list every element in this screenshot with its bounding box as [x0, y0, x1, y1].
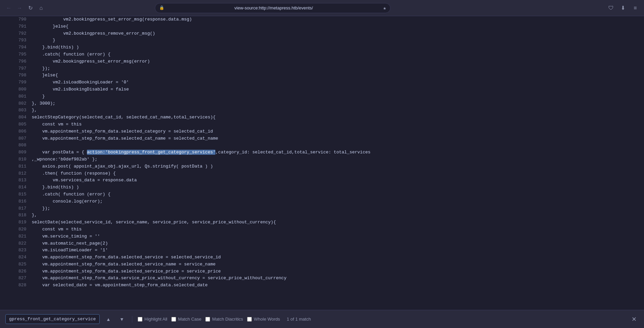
table-row: 799 vm2.isLoadBookingLoader = '0': [0, 79, 644, 86]
line-content: }.bind(this) ): [30, 184, 644, 191]
line-number: 805: [0, 121, 30, 128]
table-row: 808: [0, 142, 644, 149]
line-content: }.bind(this) ): [30, 44, 644, 51]
table-row: 803},: [0, 107, 644, 114]
line-content: .catch( function (error) {: [30, 191, 644, 198]
table-row: 809 var postData = { action:'bookingpres…: [0, 149, 644, 156]
line-content: vm.appointment_step_form_data.selected_s…: [30, 268, 644, 275]
line-content: vm2.bookingpress_remove_error_msg(): [30, 30, 644, 37]
table-row: 813 vm.services_data = response.data: [0, 177, 644, 184]
separator-1: [132, 316, 132, 323]
line-number: 823: [0, 247, 30, 254]
line-content: vm.appointment_step_form_data.selected_c…: [30, 128, 644, 135]
line-content: vm.service_timing = '': [30, 233, 644, 240]
highlight-all-option[interactable]: Highlight All: [138, 317, 167, 322]
line-content: selectStepCategory(selected_cat_id, sele…: [30, 114, 644, 121]
table-row: 798 }else{: [0, 72, 644, 79]
line-number: 821: [0, 233, 30, 240]
table-row: 792 vm2.bookingpress_remove_error_msg(): [0, 30, 644, 37]
table-row: 824 vm.appointment_step_form_data.select…: [0, 254, 644, 261]
table-row: 794 }.bind(this) ): [0, 44, 644, 51]
table-row: 793 }: [0, 37, 644, 44]
address-bar[interactable]: 🔒 view-source:http://metapress.htb/event…: [155, 3, 391, 13]
table-row: 795 .catch( function (error) {: [0, 51, 644, 58]
line-content: .catch( function (error) {: [30, 51, 644, 58]
source-container: 790 vm2.bookingpress_set_error_msg(respo…: [0, 16, 644, 310]
line-content: vm2.isBookingDisabled = false: [30, 86, 644, 93]
bookmark-icon[interactable]: ★: [383, 5, 386, 11]
table-row: 804selectStepCategory(selected_cat_id, s…: [0, 114, 644, 121]
find-input[interactable]: [5, 314, 100, 324]
shield-button[interactable]: 🛡: [606, 3, 616, 13]
line-number: 794: [0, 44, 30, 51]
line-number: 814: [0, 184, 30, 191]
match-case-option[interactable]: Match Case: [171, 317, 201, 322]
line-content: vm2.bookingpress_set_error_msg(response.…: [30, 16, 644, 23]
match-diacritics-checkbox[interactable]: [205, 317, 210, 322]
line-number: 808: [0, 142, 30, 149]
nav-buttons: ← → ↻ ⌂: [4, 3, 46, 13]
line-number: 790: [0, 16, 30, 23]
menu-button[interactable]: ≡: [631, 3, 640, 13]
find-next-button[interactable]: ▼: [117, 315, 127, 324]
line-number: 824: [0, 254, 30, 261]
line-content: vm2.isLoadBookingLoader = '0': [30, 79, 644, 86]
code-text: var postData = {: [32, 150, 87, 155]
line-number: 799: [0, 79, 30, 86]
lock-icon: 🔒: [159, 5, 164, 10]
line-number: 809: [0, 149, 30, 156]
line-number: 825: [0, 261, 30, 268]
line-number: 810: [0, 156, 30, 163]
line-number: 827: [0, 275, 30, 282]
line-content: console.log(error);: [30, 198, 644, 205]
line-number: 804: [0, 114, 30, 121]
whole-words-label: Whole Words: [254, 317, 280, 322]
line-content: }: [30, 93, 644, 100]
table-row: 800 vm2.isBookingDisabled = false: [0, 86, 644, 93]
table-row: 810,_wpnonce:'b0def982ab' };: [0, 156, 644, 163]
table-row: 790 vm2.bookingpress_set_error_msg(respo…: [0, 16, 644, 23]
table-row: 816 console.log(error);: [0, 198, 644, 205]
line-content: vm2.bookingpress_set_error_msg(error): [30, 58, 644, 65]
match-diacritics-option[interactable]: Match Diacritics: [205, 317, 243, 322]
table-row: 818},: [0, 212, 644, 219]
match-diacritics-label: Match Diacritics: [212, 317, 243, 322]
forward-button[interactable]: →: [15, 3, 24, 13]
reload-button[interactable]: ↻: [26, 3, 35, 13]
line-content: });: [30, 205, 644, 212]
match-count: 1 of 1 match: [287, 317, 311, 322]
line-number: 820: [0, 226, 30, 233]
line-number: 801: [0, 93, 30, 100]
line-number: 807: [0, 135, 30, 142]
browser-actions: 🛡 ⬇ ≡: [606, 3, 640, 13]
table-row: 802}, 3000);: [0, 100, 644, 107]
back-button[interactable]: ←: [4, 3, 13, 13]
match-case-checkbox[interactable]: [171, 317, 176, 322]
find-bar: ▲ ▼ Highlight All Match Case Match Diacr…: [0, 310, 644, 328]
table-row: 826 vm.appointment_step_form_data.select…: [0, 268, 644, 275]
line-number: 815: [0, 191, 30, 198]
line-content: vm.isLoadTimeLoader = '1': [30, 247, 644, 254]
table-row: 821 vm.service_timing = '': [0, 233, 644, 240]
line-content: vm.appointment_step_form_data.selected_s…: [30, 261, 644, 268]
table-row: 791 }else{: [0, 23, 644, 30]
find-close-button[interactable]: ✕: [629, 315, 639, 324]
line-number: 792: [0, 30, 30, 37]
whole-words-option[interactable]: Whole Words: [247, 317, 280, 322]
highlight-all-checkbox[interactable]: [138, 317, 142, 322]
line-content: }else{: [30, 72, 644, 79]
line-content: .then( function (response) {: [30, 170, 644, 177]
download-button[interactable]: ⬇: [618, 3, 628, 13]
table-row: 825 vm.appointment_step_form_data.select…: [0, 261, 644, 268]
line-content: },: [30, 107, 644, 114]
line-content: }else{: [30, 23, 644, 30]
table-row: 823 vm.isLoadTimeLoader = '1': [0, 247, 644, 254]
whole-words-checkbox[interactable]: [247, 317, 252, 322]
home-button[interactable]: ⌂: [36, 3, 46, 13]
line-number: 802: [0, 100, 30, 107]
line-content: vm.services_data = response.data: [30, 177, 644, 184]
find-prev-button[interactable]: ▲: [104, 315, 113, 324]
line-content: },: [30, 212, 644, 219]
table-row: 811 axios.post( appoint_ajax_obj.ajax_ur…: [0, 163, 644, 170]
table-row: 812 .then( function (response) {: [0, 170, 644, 177]
